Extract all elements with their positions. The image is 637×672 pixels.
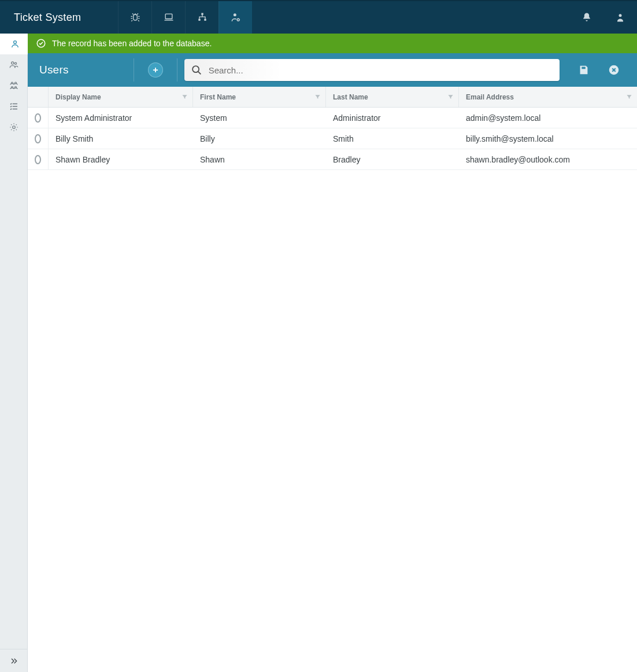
- svg-point-15: [13, 126, 16, 129]
- row-select-radio[interactable]: [35, 113, 41, 123]
- toolbar-separator: [134, 58, 134, 82]
- page-title: Users: [39, 64, 69, 76]
- row-select-cell: [28, 108, 49, 128]
- add-button[interactable]: [148, 62, 163, 77]
- nav-laptop[interactable]: [151, 1, 185, 34]
- row-select-cell: [28, 149, 49, 169]
- cell-first-name: System: [193, 108, 326, 128]
- cell-text: Shawn Bradley: [55, 155, 110, 164]
- sidebar-expand-button[interactable]: [0, 649, 28, 672]
- cell-text: Administrator: [333, 113, 380, 123]
- cell-display-name: Billy Smith: [49, 128, 193, 149]
- cell-email: shawn.bradley@outlook.com: [459, 149, 637, 169]
- search-icon: [190, 64, 203, 76]
- filter-icon[interactable]: [447, 94, 454, 100]
- nav-sitemap[interactable]: [185, 1, 218, 34]
- cell-text: shawn.bradley@outlook.com: [466, 155, 570, 164]
- filter-icon[interactable]: [182, 94, 188, 100]
- sidebar-item-tasks[interactable]: [0, 96, 28, 117]
- cell-last-name: Administrator: [326, 108, 459, 128]
- user-badge-icon: [614, 12, 626, 23]
- search-wrap: [184, 59, 560, 81]
- cell-email: billy.smith@system.local: [459, 128, 637, 149]
- table-row[interactable]: Billy Smith Billy Smith billy.smith@syst…: [28, 128, 637, 149]
- user-cog-icon: [230, 12, 242, 23]
- col-label: First Name: [200, 93, 236, 101]
- svg-point-6: [237, 19, 239, 21]
- svg-point-9: [12, 62, 14, 64]
- svg-point-17: [192, 66, 199, 72]
- cell-text: Billy: [200, 134, 215, 143]
- nav-user-settings[interactable]: [218, 1, 252, 34]
- cell-last-name: Smith: [326, 128, 459, 149]
- sitemap-icon: [197, 12, 208, 23]
- cell-text: Shawn: [200, 155, 225, 164]
- col-select: [28, 87, 49, 107]
- cell-text: billy.smith@system.local: [466, 134, 554, 143]
- top-nav-items: [118, 1, 252, 34]
- cell-text: admin@system.local: [466, 113, 540, 123]
- chevron-double-right-icon: [9, 656, 18, 666]
- cell-email: admin@system.local: [459, 108, 637, 128]
- success-banner: The record has been added to the databas…: [28, 34, 637, 53]
- cell-text: Bradley: [333, 155, 360, 164]
- table-header: Display Name First Name Last Name Email …: [28, 87, 637, 108]
- check-circle-icon: [36, 38, 46, 49]
- row-select-radio[interactable]: [35, 134, 41, 143]
- success-banner-text: The record has been added to the databas…: [52, 39, 212, 48]
- close-button[interactable]: [602, 58, 625, 82]
- svg-rect-3: [198, 19, 200, 21]
- toolbar-separator: [177, 58, 177, 82]
- list-check-icon: [9, 101, 19, 112]
- col-last-name[interactable]: Last Name: [326, 87, 459, 107]
- col-label: Last Name: [333, 93, 368, 101]
- bug-icon: [129, 12, 141, 23]
- col-label: Display Name: [55, 93, 101, 101]
- cell-text: Billy Smith: [55, 134, 93, 143]
- cell-text: System: [200, 113, 227, 123]
- filter-icon[interactable]: [626, 94, 632, 100]
- col-email[interactable]: Email Address: [459, 87, 637, 107]
- cell-first-name: Billy: [193, 128, 326, 149]
- table-body: System Administrator System Administrato…: [28, 108, 637, 170]
- svg-point-7: [619, 14, 622, 17]
- svg-point-8: [13, 41, 16, 44]
- col-display-name[interactable]: Display Name: [49, 87, 193, 107]
- sidebar-item-users[interactable]: [0, 54, 28, 75]
- account-button[interactable]: [603, 1, 637, 34]
- plus-icon: [151, 66, 160, 74]
- top-nav: Ticket System: [0, 0, 637, 34]
- svg-point-10: [14, 62, 16, 64]
- cell-last-name: Bradley: [326, 149, 459, 169]
- cell-text: Smith: [333, 134, 354, 143]
- filter-icon[interactable]: [314, 94, 321, 100]
- gear-icon: [9, 122, 19, 132]
- app-title: Ticket System: [0, 12, 95, 24]
- cell-first-name: Shawn: [193, 149, 326, 169]
- notifications-button[interactable]: [570, 1, 603, 34]
- cell-display-name: Shawn Bradley: [49, 149, 193, 169]
- svg-rect-0: [133, 14, 137, 20]
- main-content: The record has been added to the databas…: [28, 34, 637, 672]
- sidebar: [0, 34, 28, 672]
- svg-point-5: [234, 13, 236, 16]
- search-input[interactable]: [209, 65, 554, 75]
- sidebar-item-structure[interactable]: [0, 75, 28, 96]
- table-row[interactable]: Shawn Bradley Shawn Bradley shawn.bradle…: [28, 149, 637, 170]
- svg-rect-4: [204, 19, 206, 21]
- col-first-name[interactable]: First Name: [193, 87, 326, 107]
- sidebar-item-settings[interactable]: [0, 117, 28, 138]
- top-nav-right: [570, 1, 637, 34]
- nav-bug[interactable]: [118, 1, 151, 34]
- laptop-icon: [163, 12, 175, 23]
- save-button[interactable]: [572, 58, 595, 82]
- table-row[interactable]: System Administrator System Administrato…: [28, 108, 637, 128]
- close-circle-icon: [608, 64, 620, 76]
- col-label: Email Address: [466, 93, 514, 101]
- folder-tree-icon: [9, 80, 19, 91]
- user-icon: [10, 39, 20, 49]
- row-select-radio[interactable]: [35, 155, 41, 164]
- bell-icon: [581, 12, 592, 23]
- sidebar-item-user[interactable]: [0, 34, 28, 54]
- svg-rect-2: [201, 13, 203, 15]
